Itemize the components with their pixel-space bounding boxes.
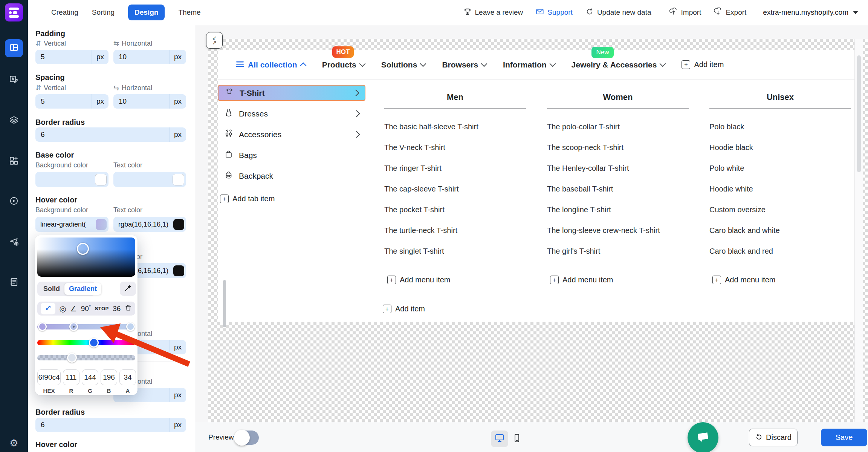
gradient-swatch[interactable] — [96, 219, 107, 230]
spacing-horizontal-input[interactable]: 10px — [113, 94, 186, 109]
discard-button[interactable]: Discard — [749, 429, 798, 446]
rail-item-menu-builder[interactable] — [5, 39, 23, 57]
menu-item[interactable]: The ringer T-shirt — [384, 164, 526, 185]
red-input[interactable]: 111 — [63, 369, 79, 385]
nav-add-item-button[interactable]: +Add item — [682, 60, 724, 69]
import-button[interactable]: Import — [669, 8, 701, 18]
spacing-vertical-input[interactable]: 5px — [35, 94, 108, 109]
nav-item-products[interactable]: Products — [322, 60, 365, 69]
menu-item[interactable]: Hoodie white — [709, 185, 851, 205]
tab-item-bags[interactable]: Bags — [218, 147, 365, 163]
saturation-cursor[interactable] — [77, 243, 89, 255]
menu-item[interactable]: The long-sleeve crew-neck T-shirt — [547, 226, 689, 247]
green-input[interactable]: 144 — [82, 369, 98, 385]
angle-icon[interactable]: ∠ — [70, 304, 77, 313]
save-button[interactable]: Save — [821, 429, 867, 446]
add-menu-item-button[interactable]: +Add menu item — [550, 276, 613, 284]
color-swatch[interactable] — [173, 265, 184, 276]
nav-item-information[interactable]: Information — [503, 60, 555, 69]
blue-input[interactable]: 196 — [101, 369, 117, 385]
menu-item[interactable]: Polo black — [709, 123, 851, 143]
padding-vertical-input[interactable]: 5px — [35, 50, 108, 64]
menu-item[interactable]: The V-neck T-shirt — [384, 143, 526, 164]
add-menu-item-button[interactable]: +Add menu item — [387, 276, 451, 284]
stop-count[interactable]: 36 — [113, 305, 121, 313]
tab-theme[interactable]: Theme — [178, 8, 200, 17]
menu-item[interactable]: Custom oversize — [709, 205, 851, 226]
menu-item[interactable]: The polo-collar T-shirt — [547, 123, 689, 143]
menu-item[interactable]: Polo white — [709, 164, 851, 185]
alpha-input[interactable]: 34 — [119, 369, 136, 385]
border-radius-input[interactable]: 6px — [35, 127, 186, 142]
update-data-button[interactable]: Update new data — [585, 8, 651, 18]
tab-item-dresses[interactable]: Dresses — [218, 106, 365, 122]
alpha-slider[interactable] — [37, 355, 135, 360]
menu-item[interactable]: The basic half-sleeve T-shirt — [384, 123, 526, 143]
base-bg-color-input[interactable] — [35, 172, 108, 187]
preview-scrollbar-thumb[interactable] — [857, 55, 861, 172]
angle-value[interactable]: 90° — [81, 304, 91, 313]
hue-slider[interactable] — [37, 340, 135, 345]
trash-icon[interactable] — [125, 304, 132, 313]
nav-item-all-collection[interactable]: All collection — [236, 60, 306, 69]
rail-item-translate[interactable] — [5, 71, 23, 89]
rail-item-add-block[interactable] — [5, 152, 23, 170]
rail-item-whats-new[interactable] — [5, 233, 23, 251]
chat-widget-button[interactable] — [688, 422, 718, 452]
menu-item[interactable]: Caro black and red — [709, 247, 851, 268]
menu-item[interactable]: The singlet T-shirt — [384, 247, 526, 268]
support-button[interactable]: Support — [536, 8, 573, 18]
padding-horizontal-input[interactable]: 10px — [113, 50, 186, 64]
menu-item[interactable]: The pocket T-shirt — [384, 205, 526, 226]
gradient-stop-handle-1[interactable] — [38, 322, 47, 331]
tab-creating[interactable]: Creating — [51, 8, 78, 17]
add-item-button[interactable]: +Add item — [383, 305, 425, 313]
app-logo[interactable] — [5, 3, 23, 21]
add-tab-item-button[interactable]: +Add tab item — [220, 195, 275, 203]
collapse-panel-button[interactable]: ↙↗ — [206, 32, 223, 49]
gradient-mode-button[interactable]: Gradient — [64, 283, 101, 295]
eyedropper-button[interactable] — [120, 282, 136, 296]
radial-gradient-button[interactable]: ◎ — [60, 304, 66, 313]
alpha-handle[interactable] — [67, 353, 77, 363]
menu-item[interactable]: The baseball T-shirt — [547, 185, 689, 205]
gradient-stop-handle-2-selected[interactable] — [69, 322, 78, 331]
border-radius-2-input[interactable]: 6px — [35, 418, 186, 432]
store-selector[interactable]: extra-menu.myshopify.com — [763, 8, 858, 17]
menu-item[interactable]: The turtle-neck T-shirt — [384, 226, 526, 247]
nav-item-browsers[interactable]: Browsers — [442, 60, 486, 69]
base-text-color-input[interactable] — [113, 172, 186, 187]
mobile-view-button[interactable] — [508, 431, 526, 447]
saturation-field[interactable] — [37, 237, 135, 277]
tab-item-tshirt[interactable]: T-Shirt — [218, 85, 365, 101]
menu-item[interactable]: The longline T-shirt — [547, 205, 689, 226]
color-swatch[interactable] — [95, 174, 107, 185]
tab-design[interactable]: Design — [128, 5, 165, 20]
preview-toggle[interactable] — [235, 431, 259, 445]
gradient-stop-handle-3[interactable] — [126, 322, 135, 331]
rail-item-settings[interactable]: ⚙ — [0, 437, 28, 449]
menu-item[interactable]: The scoop-neck T-shirt — [547, 143, 689, 164]
linear-gradient-button[interactable] — [41, 303, 55, 314]
hue-handle[interactable] — [89, 338, 99, 348]
color-swatch[interactable] — [173, 219, 184, 230]
hex-input[interactable]: 6f90c4 — [37, 369, 61, 385]
add-menu-item-button[interactable]: +Add menu item — [712, 276, 776, 284]
menu-item[interactable]: Hoodie black — [709, 143, 851, 164]
hover-bg-color-input[interactable]: linear-gradient( — [35, 217, 108, 232]
nav-item-solutions[interactable]: Solutions — [381, 60, 426, 69]
menu-item[interactable]: The Henley-collar T-shirt — [547, 164, 689, 185]
solid-mode-button[interactable]: Solid — [39, 283, 64, 295]
hover-text-color-input[interactable]: rgba(16,16,16,1) — [113, 217, 186, 232]
panel-scrollbar[interactable] — [223, 280, 226, 327]
menu-item[interactable]: Caro black and white — [709, 226, 851, 247]
nav-item-jewelry-accessories[interactable]: Jewelry & Accessories — [572, 60, 665, 69]
menu-item[interactable]: The girl's T-shirt — [547, 247, 689, 268]
rail-item-video[interactable] — [5, 193, 23, 211]
menu-item[interactable]: The cap-sleeve T-shirt — [384, 185, 526, 205]
leave-review-button[interactable]: Leave a review — [463, 8, 523, 18]
preview-scrollbar[interactable] — [854, 39, 863, 422]
desktop-view-button[interactable] — [491, 431, 508, 447]
tab-item-backpack[interactable]: Backpack — [218, 168, 365, 184]
color-swatch[interactable] — [173, 174, 184, 185]
